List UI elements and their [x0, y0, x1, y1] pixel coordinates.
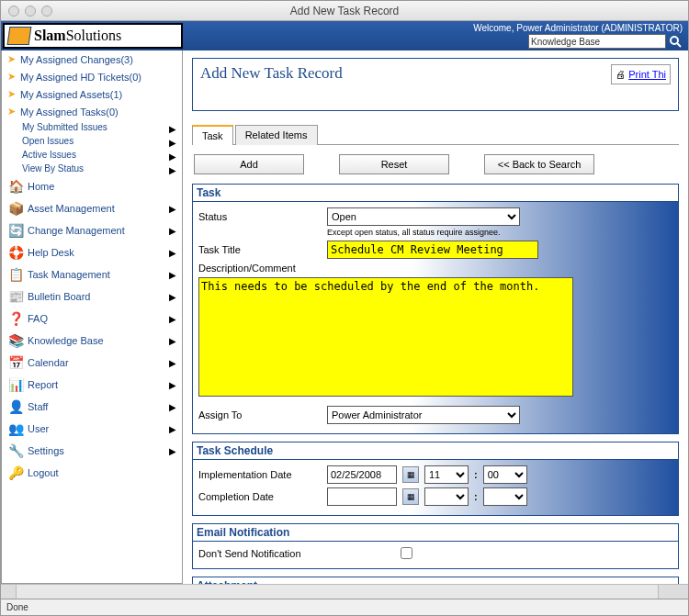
sidebar-item-label: Asset Management — [28, 203, 115, 214]
sidebar-nav-calendar[interactable]: 📅Calendar▶ — [2, 352, 182, 374]
chevron-right-icon: ▶ — [169, 248, 176, 258]
sidebar-view-active[interactable]: Active Issues▶ — [2, 148, 182, 162]
status-hint: Except open status, all status require a… — [327, 228, 672, 237]
sidebar-view-status[interactable]: View By Status▶ — [2, 162, 182, 175]
main-content: Add New Task Record 🖨 Print Thi Task Rel… — [183, 50, 688, 584]
description-textarea[interactable]: This needs to be scheduled by the end of… — [198, 277, 573, 397]
sidebar-item-label: Help Desk — [28, 247, 74, 258]
email-panel: Email Notification Don't Send Notificati… — [192, 523, 679, 569]
add-button[interactable]: Add — [194, 154, 304, 174]
chevron-right-icon: ▶ — [169, 138, 176, 148]
chevron-right-icon: ▶ — [169, 292, 176, 302]
sidebar-pinned-assets[interactable]: ➤My Assigned Assets(1) — [2, 85, 182, 103]
completion-hour-select[interactable] — [424, 487, 469, 506]
sidebar-view-submitted[interactable]: My Submitted Issues▶ — [2, 120, 182, 134]
report-icon: 📊 — [7, 376, 24, 393]
print-link[interactable]: Print Thi — [628, 69, 666, 80]
panel-heading: Task — [193, 185, 678, 202]
task-panel: Task Status Open Except open status, all… — [192, 184, 679, 434]
back-to-search-button[interactable]: << Back to Search — [484, 154, 594, 174]
sidebar-nav-staff[interactable]: 👤Staff▶ — [2, 396, 182, 418]
dont-send-checkbox[interactable] — [401, 547, 412, 559]
sidebar-item-label: My Assigned Tasks(0) — [20, 106, 119, 118]
sidebar-nav-report[interactable]: 📊Report▶ — [2, 374, 182, 396]
implementation-minute-select[interactable]: 00 — [483, 465, 527, 484]
sidebar-item-label: Open Issues — [22, 136, 73, 146]
asset-icon: 📦 — [7, 200, 24, 217]
attachment-panel: Attachment No data matched your query. — [192, 577, 679, 584]
implementation-hour-select[interactable]: 11 — [424, 465, 469, 484]
chevron-right-icon: ▶ — [169, 151, 176, 162]
search-icon[interactable] — [668, 34, 683, 49]
window-close-button[interactable] — [8, 6, 19, 17]
svg-point-0 — [671, 37, 678, 44]
dont-send-label: Don't Send Notification — [198, 548, 401, 559]
sidebar-nav-asset[interactable]: 📦Asset Management▶ — [2, 197, 182, 219]
completion-minute-select[interactable] — [483, 487, 527, 506]
sidebar-nav-user[interactable]: 👥User▶ — [2, 418, 182, 440]
print-button[interactable]: 🖨 Print Thi — [611, 64, 671, 84]
calendar-picker-icon[interactable]: ▦ — [402, 488, 419, 505]
faq-icon: ❓ — [7, 310, 24, 327]
sidebar-nav-faq[interactable]: ❓FAQ▶ — [2, 308, 182, 330]
sidebar-nav-bulletin[interactable]: 📰Bulletin Board▶ — [2, 286, 182, 308]
sidebar-nav-helpdesk[interactable]: 🛟Help Desk▶ — [2, 241, 182, 263]
schedule-panel: Task Schedule Implementation Date ▦ 11 :… — [192, 442, 679, 516]
home-icon: 🏠 — [7, 178, 24, 195]
sidebar-nav-settings[interactable]: 🔧Settings▶ — [2, 440, 182, 462]
sidebar-pinned-tickets[interactable]: ➤My Assigned HD Tickets(0) — [2, 68, 182, 85]
header-search-input[interactable] — [528, 34, 666, 49]
sidebar-nav-logout[interactable]: 🔑Logout — [2, 462, 182, 484]
window-minimize-button[interactable] — [25, 6, 36, 17]
tab-task[interactable]: Task — [192, 125, 233, 145]
sidebar-item-label: Change Management — [28, 225, 125, 236]
implementation-date-input[interactable] — [327, 465, 397, 484]
chevron-right-icon: ▶ — [169, 336, 176, 346]
status-text: Done — [6, 602, 28, 612]
panel-heading: Email Notification — [193, 524, 678, 542]
svg-line-1 — [677, 43, 681, 47]
chevron-right-icon: ▶ — [169, 402, 176, 412]
logo-icon — [7, 27, 32, 45]
sidebar-nav-kb[interactable]: 📚Knowledge Base▶ — [2, 330, 182, 352]
app-logo[interactable]: SlamSolutions — [3, 23, 183, 49]
sidebar-item-label: Calendar — [28, 357, 69, 368]
chevron-right-icon: ▶ — [169, 424, 176, 434]
sidebar-nav-home[interactable]: 🏠Home — [2, 175, 182, 197]
assign-to-label: Assign To — [198, 409, 327, 420]
calendar-icon: 📅 — [7, 354, 24, 371]
user-icon: 👥 — [7, 420, 24, 437]
sidebar-item-label: Settings — [28, 445, 64, 456]
bulletin-icon: 📰 — [7, 288, 24, 305]
sidebar-item-label: My Assigned Changes(3) — [20, 54, 133, 65]
sidebar-item-label: Staff — [28, 401, 48, 412]
completion-date-label: Completion Date — [198, 491, 327, 502]
sidebar-item-label: View By Status — [22, 163, 84, 174]
completion-date-input[interactable] — [327, 487, 397, 506]
reset-button[interactable]: Reset — [339, 154, 449, 174]
logout-icon: 🔑 — [7, 465, 24, 481]
sidebar-nav-task[interactable]: 📋Task Management▶ — [2, 263, 182, 286]
sidebar-pinned-tasks[interactable]: ➤My Assigned Tasks(0) — [2, 103, 182, 120]
chevron-right-icon: ▶ — [169, 124, 176, 134]
sidebar-view-open[interactable]: Open Issues▶ — [2, 134, 182, 148]
window-zoom-button[interactable] — [41, 6, 52, 17]
welcome-text: Welcome, Power Administrator (ADMINISTRA… — [473, 23, 683, 33]
sidebar-item-label: Bulletin Board — [28, 291, 91, 302]
status-select[interactable]: Open — [327, 207, 520, 226]
tab-related-items[interactable]: Related Items — [235, 125, 318, 145]
chevron-right-icon: ▶ — [169, 165, 176, 175]
page-header: Add New Task Record 🖨 Print Thi — [192, 58, 679, 111]
task-title-input[interactable] — [327, 241, 538, 259]
logo-text-light: Solutions — [66, 28, 121, 43]
sidebar-item-label: Report — [28, 379, 58, 390]
horizontal-scrollbar[interactable] — [1, 584, 688, 599]
pin-icon: ➤ — [7, 106, 20, 118]
sidebar-pinned-changes[interactable]: ➤My Assigned Changes(3) — [2, 50, 182, 68]
description-label: Description/Comment — [198, 263, 296, 274]
panel-heading: Task Schedule — [193, 442, 678, 460]
calendar-picker-icon[interactable]: ▦ — [402, 466, 419, 483]
assign-to-select[interactable]: Power Administrator — [327, 406, 520, 424]
sidebar-item-label: Knowledge Base — [28, 335, 104, 346]
sidebar-nav-change[interactable]: 🔄Change Management▶ — [2, 219, 182, 241]
